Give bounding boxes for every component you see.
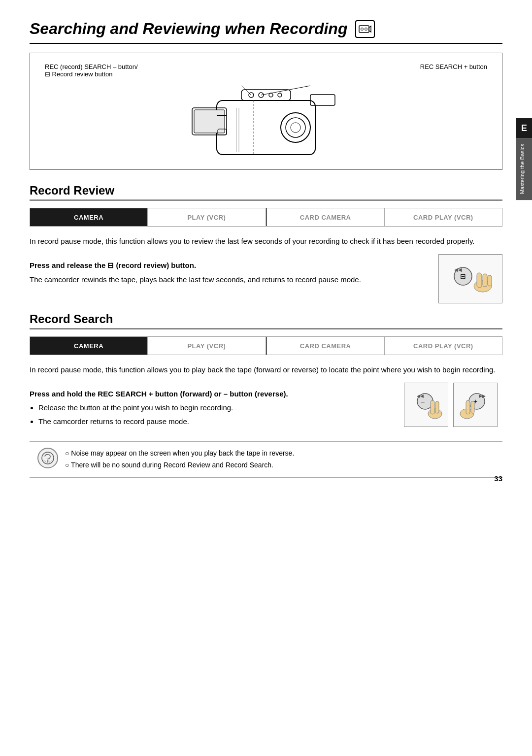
svg-point-33 bbox=[428, 409, 442, 419]
svg-rect-29 bbox=[488, 275, 492, 286]
side-tab-letter: E bbox=[516, 118, 532, 138]
mode-card-camera-2: CARD CAMERA bbox=[267, 337, 385, 355]
record-review-body: In record pause mode, this function allo… bbox=[30, 235, 502, 247]
svg-rect-11 bbox=[310, 95, 335, 105]
svg-rect-9 bbox=[194, 110, 225, 133]
mode-card-play-vcr: CARD PLAY (VCR) bbox=[385, 208, 502, 226]
camera-illustration bbox=[45, 81, 487, 160]
svg-point-3 bbox=[365, 28, 367, 30]
record-search-images: – ◀◀ + ▶▶ bbox=[404, 383, 502, 427]
bullet-2: The camcorder returns to record pause mo… bbox=[38, 416, 394, 427]
search-plus-image: + ▶▶ bbox=[453, 383, 498, 427]
note-icon bbox=[37, 448, 58, 468]
mode-card-camera: CARD CAMERA bbox=[267, 208, 385, 226]
side-tab: E Mastering the Basics bbox=[516, 118, 532, 200]
camera-diagram: REC (record) SEARCH – button/ ⊟ Record r… bbox=[30, 53, 502, 170]
label-record-review: ⊟ Record review button bbox=[45, 70, 138, 78]
svg-line-20 bbox=[261, 86, 310, 95]
label-rec-search-minus: REC (record) SEARCH – button/ bbox=[45, 63, 138, 70]
svg-point-2 bbox=[361, 28, 364, 30]
search-minus-image: – ◀◀ bbox=[404, 383, 448, 427]
label-rec-search-plus: REC SEARCH + button bbox=[420, 63, 487, 70]
svg-rect-40 bbox=[466, 400, 470, 414]
record-review-image: ⊟ ◀◀ bbox=[438, 254, 502, 303]
svg-text:–: – bbox=[421, 397, 425, 405]
record-review-text: Press and release the ⊟ (record review) … bbox=[30, 254, 429, 293]
record-search-subheading: Press and hold the REC SEARCH + button (… bbox=[30, 390, 394, 398]
page-title: Searching and Reviewing when Recording bbox=[30, 20, 502, 44]
svg-rect-34 bbox=[431, 400, 434, 414]
record-search-heading: Record Search bbox=[30, 312, 502, 329]
bullet-1: Release the button at the point you wish… bbox=[38, 402, 394, 414]
record-review-content: Press and release the ⊟ (record review) … bbox=[30, 254, 502, 303]
svg-text:◀◀: ◀◀ bbox=[417, 394, 424, 398]
mode-card-play-vcr-2: CARD PLAY (VCR) bbox=[385, 337, 502, 355]
note-content: Noise may appear on the screen when you … bbox=[65, 448, 294, 471]
record-search-body: In record pause mode, this function allo… bbox=[30, 364, 502, 376]
svg-text:▶▶: ▶▶ bbox=[479, 394, 486, 398]
record-search-mode-bar: CAMERA PLAY (VCR) CARD CAMERA CARD PLAY … bbox=[30, 336, 502, 355]
svg-point-42 bbox=[42, 452, 54, 464]
svg-rect-35 bbox=[435, 401, 439, 413]
mode-camera-2: CAMERA bbox=[30, 337, 148, 355]
record-search-text: Press and hold the REC SEARCH + button (… bbox=[30, 383, 394, 432]
note-box: Noise may appear on the screen when you … bbox=[30, 441, 502, 478]
svg-point-7 bbox=[291, 123, 300, 132]
svg-point-5 bbox=[281, 113, 310, 142]
svg-text:⊟: ⊟ bbox=[460, 272, 466, 280]
page-number: 33 bbox=[494, 474, 502, 483]
record-review-subheading: Press and release the ⊟ (record review) … bbox=[30, 261, 429, 270]
svg-point-16 bbox=[278, 93, 282, 97]
side-tab-label: Mastering the Basics bbox=[516, 138, 532, 200]
svg-rect-41 bbox=[471, 401, 474, 413]
mode-camera: CAMERA bbox=[30, 208, 148, 226]
svg-rect-27 bbox=[477, 273, 482, 288]
mode-play-vcr-2: PLAY (VCR) bbox=[148, 337, 266, 355]
record-search-content: Press and hold the REC SEARCH + button (… bbox=[30, 383, 502, 432]
svg-marker-1 bbox=[369, 26, 371, 32]
svg-point-6 bbox=[286, 118, 305, 137]
mode-play-vcr: PLAY (VCR) bbox=[148, 208, 266, 226]
tape-camera-icon bbox=[355, 20, 375, 38]
svg-text:◀◀: ◀◀ bbox=[454, 267, 462, 272]
record-review-mode-bar: CAMERA PLAY (VCR) CARD CAMERA CARD PLAY … bbox=[30, 208, 502, 227]
note-line-1: Noise may appear on the screen when you … bbox=[65, 448, 294, 460]
record-search-bullets: Release the button at the point you wish… bbox=[38, 402, 394, 427]
svg-point-43 bbox=[47, 460, 49, 462]
record-review-heading: Record Review bbox=[30, 184, 502, 201]
note-line-2: There will be no sound during Record Rev… bbox=[65, 460, 294, 471]
record-review-subtext: The camcorder rewinds the tape, plays ba… bbox=[30, 274, 429, 286]
svg-rect-28 bbox=[483, 274, 487, 287]
